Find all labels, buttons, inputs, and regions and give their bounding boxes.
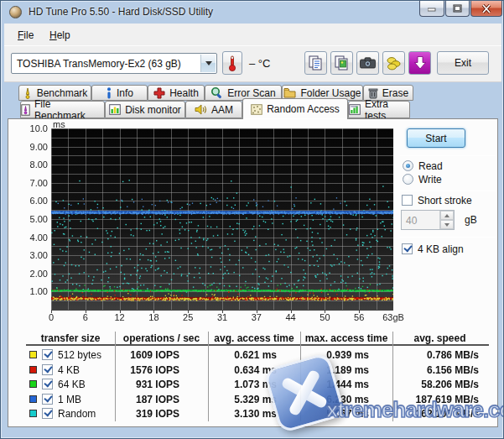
hdtune-app-icon [9,6,22,18]
table-header-1: operations / sec [115,332,208,344]
y-axis-tick-label: 8.00 [9,159,48,170]
cell-avg: 5.329 ms [208,394,277,405]
cell-ops: 931 IOPS [115,379,179,390]
read-label: Read [418,160,443,172]
separator [400,191,496,191]
cell-max: 1.444 ms [300,379,369,390]
menu-help[interactable]: Help [44,28,75,43]
y-axis-tick-label: 2.00 [9,269,48,279]
export-button[interactable] [382,51,405,75]
temperature-button[interactable] [222,51,242,75]
spin-down-button[interactable] [440,220,454,229]
cell-speed: 187.619 MB/s [392,394,479,405]
erase-icon [368,87,378,99]
temperature-readout: – °C [249,57,270,70]
cell-avg: 3.130 ms [208,408,277,420]
cell-avg: 0.621 ms [208,349,277,361]
series-visibility-checkbox[interactable] [42,364,53,375]
close-icon [481,4,491,13]
series-color-swatch [29,351,37,358]
cell-max: 0.939 ms [300,349,369,361]
x-axis-tick-label: 44 [285,312,295,322]
series-visibility-checkbox[interactable] [42,379,53,389]
app-window: HD Tune Pro 5.50 - Hard Disk/SSD Utility… [0,0,504,439]
benchmark-icon [23,87,33,99]
update-button[interactable] [408,51,431,75]
x-axis-tick-label: 63gB [382,312,404,322]
table-row-4-kb: 4 KB1576 IOPS0.634 ms1.189 ms6.156 MB/s [26,363,489,378]
menu-file[interactable]: File [13,28,39,43]
align-checkbox[interactable] [402,243,413,254]
toolbar: TOSHIBA TransMemory-Ex2 (63 gB) – °C [4,45,501,82]
screenshot-button[interactable] [356,51,379,75]
series-visibility-checkbox[interactable] [42,408,53,419]
short-stroke-checkbox[interactable] [402,195,413,206]
short-stroke-label: Short stroke [418,195,472,206]
title-bar[interactable]: HD Tune Pro 5.50 - Hard Disk/SSD Utility [1,1,503,23]
write-label: Write [418,174,442,186]
read-radio[interactable] [403,160,413,171]
x-axis-tick-label: 25 [183,312,193,322]
series-color-swatch [29,380,37,388]
cell-avg: 0.634 ms [208,364,277,376]
tab-random-access[interactable]: Random Access [242,98,348,119]
tab-health[interactable]: Health [148,85,205,101]
download-arrow-icon [414,56,426,70]
y-axis-unit-label: ms [53,119,65,129]
maximize-icon [453,4,462,13]
copy-text-button[interactable] [304,51,327,75]
series-visibility-checkbox[interactable] [42,349,53,360]
align-label: 4 KB align [418,243,464,255]
x-axis-tick-label: 37 [252,312,262,322]
table-row-64-kb: 64 KB931 IOPS1.073 ms1.444 ms58.206 MB/s [26,377,489,392]
random-access-chart [51,128,393,315]
short-stroke-unit-label: gB [465,214,477,226]
close-button[interactable] [470,1,502,17]
cell-speed: 58.206 MB/s [392,379,479,390]
tab-label: Folder Usage [300,87,361,99]
transfer-size-label: 64 KB [58,379,86,390]
cell-ops: 1576 IOPS [115,364,179,376]
transfer-size-label: 1 MB [58,394,81,405]
tab-disk-monitor[interactable]: Disk monitor [105,101,185,118]
x-axis-tick-label: 0 [49,312,54,322]
x-axis-tick-label: 12 [114,312,124,322]
window-title: HD Tune Pro 5.50 - Hard Disk/SSD Utility [29,6,213,18]
exit-button[interactable]: Exit [437,51,489,75]
table-row-1-mb: 1 MB187 IOPS5.329 ms6.230 ms187.619 MB/s [26,392,489,407]
exit-label: Exit [455,57,471,69]
tab-label: Health [169,87,199,99]
folder-usage-icon [283,87,296,98]
y-axis-tick-label: 1.00 [9,286,48,296]
cell-speed: 0.786 MB/s [392,349,479,361]
tab-aam[interactable]: AAM [185,101,242,118]
drive-select-dropdown[interactable]: TOSHIBA TransMemory-Ex2 (63 gB) [11,53,217,74]
table-header-3: max. access time [300,332,392,344]
short-stroke-size-input[interactable]: 40 [401,210,455,230]
x-axis-tick-label: 31 [217,312,227,322]
tab-extra-tests[interactable]: Extra tests [348,101,410,118]
transfer-size-label: 4 KB [58,364,80,376]
spin-up-button[interactable] [440,211,454,220]
cell-ops: 319 IOPS [115,408,179,420]
series-color-swatch [29,410,37,417]
table-header-0: transfer size [26,332,115,344]
cell-max: 5.967 ms [300,408,369,420]
maximize-button[interactable] [445,1,470,17]
tab-file-benchmark[interactable]: File Benchmark [20,101,105,118]
cell-speed: 6.156 MB/s [392,364,479,376]
series-visibility-checkbox[interactable] [42,394,53,405]
table-header-2: avg. access time [208,332,300,344]
dropdown-arrow [200,55,216,72]
table-row-random: Random319 IOPS3.130 ms5.967 ms162.106 MB… [26,406,489,421]
y-axis-tick-label: 5.00 [9,214,48,224]
series-color-swatch [29,395,37,403]
minimize-button[interactable] [419,1,444,17]
copy-image-icon [335,55,349,71]
copy-image-button[interactable] [330,51,353,75]
write-radio[interactable] [403,174,413,185]
transfer-size-label: Random [58,408,96,420]
start-button[interactable]: Start [407,128,465,148]
y-axis-tick-label: 4.00 [9,233,48,243]
thermometer-icon [228,55,236,71]
